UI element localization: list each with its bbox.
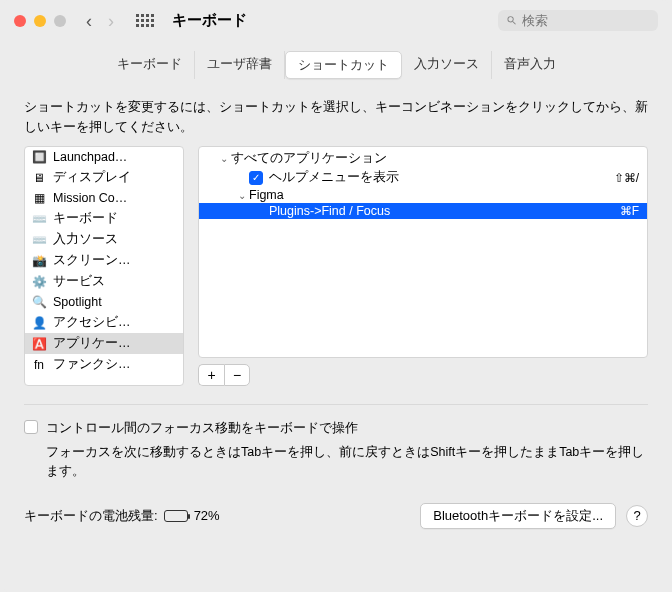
tab-keyboard[interactable]: キーボード	[105, 51, 195, 79]
tab-user-dictionary[interactable]: ユーザ辞書	[195, 51, 285, 79]
search-input[interactable]	[522, 13, 650, 28]
category-item[interactable]: ⚙️サービス	[25, 271, 183, 292]
category-item[interactable]: 🖥ディスプレイ	[25, 167, 183, 188]
minimize-icon[interactable]	[34, 15, 46, 27]
disclosure-icon[interactable]: ⌄	[235, 190, 249, 201]
keyboard-nav-checkbox[interactable]	[24, 420, 38, 434]
forward-button[interactable]: ›	[108, 12, 114, 30]
category-icon: 🔍	[31, 294, 47, 310]
battery-percent: 72%	[194, 508, 220, 523]
category-item[interactable]: 🔲Launchpad…	[25, 147, 183, 167]
keyboard-nav-sublabel: フォーカスを次に移動するときはTabキーを押し、前に戻すときはShiftキーを押…	[24, 443, 648, 481]
category-icon: ⌨️	[31, 211, 47, 227]
remove-button[interactable]: −	[224, 364, 250, 386]
back-button[interactable]: ‹	[86, 12, 92, 30]
category-item[interactable]: 🔍Spotlight	[25, 292, 183, 312]
shortcut-label: ヘルプメニューを表示	[269, 169, 614, 186]
tree-shortcut[interactable]: Plugins->Find / Focus⌘F	[199, 203, 647, 219]
category-label: ディスプレイ	[53, 169, 131, 186]
help-button[interactable]: ?	[626, 505, 648, 527]
maximize-icon	[54, 15, 66, 27]
category-icon: 🅰️	[31, 336, 47, 352]
category-label: Launchpad…	[53, 150, 127, 164]
shortcut-checkbox[interactable]: ✓	[249, 171, 263, 185]
battery-label: キーボードの電池残量:	[24, 507, 158, 525]
tree-item[interactable]: ✓ヘルプメニューを表示⇧⌘/	[199, 168, 647, 187]
category-icon: 📸	[31, 253, 47, 269]
tree-app[interactable]: ⌄Figma	[199, 187, 647, 203]
close-icon[interactable]	[14, 15, 26, 27]
add-remove-controls: + −	[198, 364, 648, 386]
category-icon: 🔲	[31, 149, 47, 165]
search-icon	[506, 14, 518, 27]
category-label: アプリケー…	[53, 335, 131, 352]
battery-icon	[164, 510, 188, 522]
category-label: Spotlight	[53, 295, 102, 309]
shortcut-label: Figma	[249, 188, 639, 202]
tree-root[interactable]: ⌄すべてのアプリケーション	[199, 149, 647, 168]
category-item[interactable]: 👤アクセシビ…	[25, 312, 183, 333]
category-icon: ⌨️	[31, 232, 47, 248]
window-controls	[14, 15, 66, 27]
category-icon: ⚙️	[31, 274, 47, 290]
category-icon: ▦	[31, 190, 47, 206]
category-label: ファンクシ…	[53, 356, 131, 373]
keyboard-navigation-row: コントロール間のフォーカス移動をキーボードで操作	[24, 419, 648, 437]
panes: 🔲Launchpad…🖥ディスプレイ▦Mission Co…⌨️キーボード⌨️入…	[24, 146, 648, 386]
category-icon: 👤	[31, 315, 47, 331]
keyboard-nav-label: コントロール間のフォーカス移動をキーボードで操作	[46, 419, 358, 437]
category-icon: fn	[31, 357, 47, 373]
disclosure-icon[interactable]: ⌄	[217, 153, 231, 164]
shortcut-key[interactable]: ⌘F	[620, 204, 639, 218]
search-field[interactable]	[498, 10, 658, 31]
footer: キーボードの電池残量: 72% Bluetoothキーボードを設定... ?	[24, 503, 648, 529]
bluetooth-setup-button[interactable]: Bluetoothキーボードを設定...	[420, 503, 616, 529]
shortcut-tree[interactable]: ⌄すべてのアプリケーション✓ヘルプメニューを表示⇧⌘/⌄FigmaPlugins…	[198, 146, 648, 358]
show-all-icon[interactable]	[136, 14, 154, 27]
shortcut-label: Plugins->Find / Focus	[269, 204, 620, 218]
tab-input-sources[interactable]: 入力ソース	[402, 51, 492, 79]
tab-dictation[interactable]: 音声入力	[492, 51, 568, 79]
category-item[interactable]: ⌨️入力ソース	[25, 229, 183, 250]
divider	[24, 404, 648, 405]
battery-status: キーボードの電池残量: 72%	[24, 507, 220, 525]
instruction-text: ショートカットを変更するには、ショートカットを選択し、キーコンビネーションをクリ…	[24, 97, 648, 136]
shortcut-key[interactable]: ⇧⌘/	[614, 171, 639, 185]
category-label: 入力ソース	[53, 231, 118, 248]
category-item[interactable]: 📸スクリーン…	[25, 250, 183, 271]
tab-shortcuts[interactable]: ショートカット	[285, 51, 402, 79]
category-label: Mission Co…	[53, 191, 127, 205]
add-button[interactable]: +	[198, 364, 224, 386]
category-item[interactable]: ⌨️キーボード	[25, 208, 183, 229]
category-item[interactable]: ▦Mission Co…	[25, 188, 183, 208]
content: キーボード ユーザ辞書 ショートカット 入力ソース 音声入力 ショートカットを変…	[0, 39, 672, 592]
category-icon: 🖥	[31, 170, 47, 186]
shortcut-label: すべてのアプリケーション	[231, 150, 639, 167]
page-title: キーボード	[172, 11, 247, 30]
category-label: サービス	[53, 273, 105, 290]
category-list[interactable]: 🔲Launchpad…🖥ディスプレイ▦Mission Co…⌨️キーボード⌨️入…	[24, 146, 184, 386]
preferences-window: ‹ › キーボード キーボード ユーザ辞書 ショートカット 入力ソース 音声入力…	[0, 0, 672, 592]
tab-bar: キーボード ユーザ辞書 ショートカット 入力ソース 音声入力	[105, 51, 568, 79]
titlebar: ‹ › キーボード	[0, 0, 672, 39]
category-label: アクセシビ…	[53, 314, 131, 331]
category-label: キーボード	[53, 210, 118, 227]
category-label: スクリーン…	[53, 252, 131, 269]
category-item[interactable]: fnファンクシ…	[25, 354, 183, 375]
category-item[interactable]: 🅰️アプリケー…	[25, 333, 183, 354]
nav-arrows: ‹ ›	[86, 12, 114, 30]
